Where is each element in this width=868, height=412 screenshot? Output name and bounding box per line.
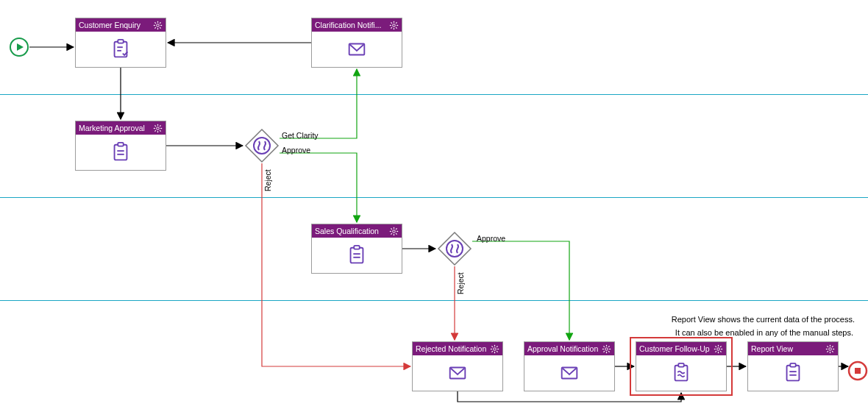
gear-icon[interactable] xyxy=(825,344,835,354)
node-clarification-notification[interactable]: Clarification Notifi... xyxy=(311,18,402,68)
svg-line-19 xyxy=(160,27,160,28)
svg-point-82 xyxy=(717,347,720,350)
edge-label: Reject xyxy=(263,169,272,191)
svg-line-90 xyxy=(720,346,721,347)
node-customer-followup[interactable]: Customer Follow-Up xyxy=(636,341,727,391)
clipboard-icon xyxy=(346,244,368,266)
svg-line-55 xyxy=(396,233,396,234)
clipboard-icon xyxy=(110,141,132,163)
node-title: Clarification Notifi... xyxy=(315,21,389,29)
svg-line-98 xyxy=(827,346,828,347)
node-title: Rejected Notification xyxy=(416,344,490,353)
node-approval-notification[interactable]: Approval Notification xyxy=(524,341,615,391)
svg-line-34 xyxy=(396,22,396,23)
lane-divider xyxy=(0,94,868,95)
annotation-text: It can also be enabled in any of the man… xyxy=(675,328,853,337)
svg-point-36 xyxy=(157,127,160,129)
clipboard-check-icon xyxy=(110,38,132,60)
svg-line-20 xyxy=(154,27,155,28)
lane-divider xyxy=(0,197,868,198)
svg-line-78 xyxy=(608,351,609,352)
svg-rect-102 xyxy=(787,366,800,381)
svg-point-62 xyxy=(494,347,497,350)
svg-line-56 xyxy=(391,233,391,234)
svg-line-33 xyxy=(391,27,391,28)
gear-icon[interactable] xyxy=(490,344,499,354)
svg-rect-103 xyxy=(790,363,796,367)
svg-rect-92 xyxy=(678,363,684,367)
svg-line-42 xyxy=(160,130,160,131)
svg-rect-58 xyxy=(351,248,363,263)
clipboard-wave-icon xyxy=(670,362,692,384)
svg-line-99 xyxy=(832,351,833,352)
gateway-marketing-decision[interactable] xyxy=(244,128,280,163)
svg-line-41 xyxy=(154,125,155,126)
edge-label: Get Clarity xyxy=(282,131,319,140)
gear-icon[interactable] xyxy=(389,21,399,30)
edge-label: Reject xyxy=(456,272,465,294)
svg-line-89 xyxy=(715,351,716,352)
node-sales-qualification[interactable]: Sales Qualification xyxy=(311,224,402,274)
gateway-sales-decision[interactable] xyxy=(437,231,472,266)
svg-line-43 xyxy=(154,130,155,131)
mail-icon xyxy=(447,362,469,384)
svg-point-26 xyxy=(393,24,396,26)
svg-rect-46 xyxy=(118,143,124,146)
node-report-view[interactable]: Report View xyxy=(747,341,839,391)
node-title: Customer Enquiry xyxy=(79,21,153,29)
svg-point-72 xyxy=(605,347,608,350)
svg-line-21 xyxy=(160,22,160,23)
gear-icon[interactable] xyxy=(602,344,611,354)
svg-line-68 xyxy=(497,351,497,352)
node-rejected-notification[interactable]: Rejected Notification xyxy=(412,341,503,391)
node-title: Approval Notification xyxy=(527,344,602,353)
svg-line-18 xyxy=(154,22,155,23)
edge-label: Approve xyxy=(477,234,505,243)
svg-line-100 xyxy=(827,351,828,352)
svg-line-32 xyxy=(396,27,396,28)
gear-icon[interactable] xyxy=(153,124,163,133)
svg-line-80 xyxy=(608,346,609,347)
svg-line-70 xyxy=(497,346,497,347)
start-event[interactable] xyxy=(9,37,29,57)
svg-rect-45 xyxy=(115,145,127,160)
svg-line-69 xyxy=(491,351,492,352)
mail-icon xyxy=(346,38,368,60)
svg-line-67 xyxy=(491,346,492,347)
svg-point-93 xyxy=(829,347,832,350)
node-title: Marketing Approval xyxy=(79,124,153,132)
svg-line-31 xyxy=(391,22,391,23)
svg-rect-10 xyxy=(855,368,861,374)
node-customer-enquiry[interactable]: Customer Enquiry xyxy=(75,18,166,68)
node-title: Customer Follow-Up xyxy=(639,344,714,353)
svg-line-54 xyxy=(391,228,391,229)
svg-line-88 xyxy=(720,351,721,352)
svg-point-49 xyxy=(393,230,396,232)
lane-divider xyxy=(0,300,868,301)
gear-icon[interactable] xyxy=(389,227,399,236)
node-title: Sales Qualification xyxy=(315,227,389,235)
svg-line-57 xyxy=(396,228,396,229)
clipboard-icon xyxy=(782,362,804,384)
gear-icon[interactable] xyxy=(714,344,723,354)
svg-point-13 xyxy=(157,24,160,26)
svg-line-87 xyxy=(715,346,716,347)
svg-line-44 xyxy=(160,125,160,126)
svg-line-101 xyxy=(832,346,833,347)
node-title: Report View xyxy=(751,344,825,353)
node-marketing-approval[interactable]: Marketing Approval xyxy=(75,121,166,171)
annotation-text: Report View shows the current data of th… xyxy=(672,315,855,324)
mail-icon xyxy=(558,362,580,384)
svg-line-79 xyxy=(603,351,604,352)
svg-line-77 xyxy=(603,346,604,347)
svg-rect-59 xyxy=(354,246,360,249)
svg-rect-23 xyxy=(118,40,124,43)
gear-icon[interactable] xyxy=(153,21,163,30)
edge-label: Approve xyxy=(282,146,310,154)
end-event[interactable] xyxy=(847,360,868,381)
